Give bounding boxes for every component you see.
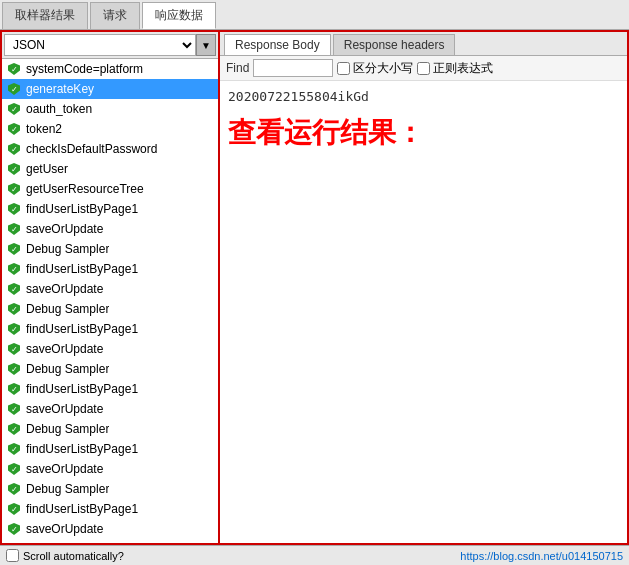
case-sensitive-checkbox[interactable] [337,62,350,75]
list-item-label: findUserListByPage1 [26,502,138,516]
list-item[interactable]: ✓ Debug Sampler [2,299,218,319]
svg-text:✓: ✓ [11,165,18,174]
top-tabs-bar: 取样器结果 请求 响应数据 [0,0,629,30]
list-item[interactable]: ✓ findUserListByPage1 [2,439,218,459]
svg-text:✓: ✓ [11,205,18,214]
list-item[interactable]: ✓ getUserResourceTree [2,179,218,199]
sub-tab-response-body[interactable]: Response Body [224,34,331,55]
list-item[interactable]: ✓ oauth_token [2,99,218,119]
list-item[interactable]: ✓ Debug Sampler [2,539,218,543]
find-label: Find [226,61,249,75]
svg-text:✓: ✓ [11,265,18,274]
tab-request[interactable]: 请求 [90,2,140,29]
list-item[interactable]: ✓ findUserListByPage1 [2,379,218,399]
list-item[interactable]: ✓ findUserListByPage1 [2,259,218,279]
list-item[interactable]: ✓ saveOrUpdate [2,399,218,419]
list-item-label: saveOrUpdate [26,282,103,296]
left-panel: JSON XML Text ▼ ✓ systemCode=platform ✓ … [0,30,220,545]
list-item[interactable]: ✓ findUserListByPage1 [2,499,218,519]
svg-text:✓: ✓ [11,325,18,334]
main-container: 取样器结果 请求 响应数据 JSON XML Text ▼ ✓ systemCo… [0,0,629,565]
sub-tab-response-headers[interactable]: Response headers [333,34,456,55]
list-item[interactable]: ✓ saveOrUpdate [2,279,218,299]
list-item-label: Debug Sampler [26,482,109,496]
shield-icon: ✓ [6,121,22,137]
bottom-bar: Scroll automatically? https://blog.csdn.… [0,545,629,565]
tab-response-data[interactable]: 响应数据 [142,2,216,29]
list-item-label: saveOrUpdate [26,222,103,236]
list-item[interactable]: ✓ generateKey [2,79,218,99]
list-item[interactable]: ✓ saveOrUpdate [2,219,218,239]
list-item-label: findUserListByPage1 [26,262,138,276]
shield-icon: ✓ [6,521,22,537]
list-item[interactable]: ✓ getUser [2,159,218,179]
svg-text:✓: ✓ [11,385,18,394]
regex-checkbox[interactable] [417,62,430,75]
shield-icon: ✓ [6,461,22,477]
shield-icon: ✓ [6,81,22,97]
right-panel: Response Body Response headers Find 区分大小… [220,30,629,545]
list-item-label: systemCode=platform [26,62,143,76]
scroll-auto-checkbox[interactable] [6,549,19,562]
case-sensitive-label: 区分大小写 [353,60,413,77]
response-body: 20200722155804ikGd 查看运行结果： [220,81,627,543]
list-item[interactable]: ✓ checkIsDefaultPassword [2,139,218,159]
list-item[interactable]: ✓ Debug Sampler [2,419,218,439]
shield-icon: ✓ [6,441,22,457]
svg-text:✓: ✓ [11,145,18,154]
list-item[interactable]: ✓ saveOrUpdate [2,519,218,539]
list-item-label: getUserResourceTree [26,182,144,196]
shield-icon: ✓ [6,421,22,437]
sampler-list: ✓ systemCode=platform ✓ generateKey ✓ oa… [2,59,218,543]
list-item-label: generateKey [26,82,94,96]
list-item-label: Debug Sampler [26,242,109,256]
svg-text:✓: ✓ [11,505,18,514]
regex-group: 正则表达式 [417,60,493,77]
shield-icon: ✓ [6,281,22,297]
list-item-label: saveOrUpdate [26,522,103,536]
find-bar: Find 区分大小写 正则表达式 [220,56,627,81]
list-item-label: checkIsDefaultPassword [26,142,157,156]
list-item-label: saveOrUpdate [26,462,103,476]
find-input[interactable] [253,59,333,77]
svg-text:✓: ✓ [11,425,18,434]
list-item[interactable]: ✓ token2 [2,119,218,139]
svg-text:✓: ✓ [11,105,18,114]
list-item-label: Debug Sampler [26,362,109,376]
list-item[interactable]: ✓ Debug Sampler [2,239,218,259]
list-item-label: findUserListByPage1 [26,442,138,456]
list-item-label: Debug Sampler [26,422,109,436]
svg-text:✓: ✓ [11,285,18,294]
case-sensitive-group: 区分大小写 [337,60,413,77]
list-item[interactable]: ✓ saveOrUpdate [2,339,218,359]
list-item[interactable]: ✓ saveOrUpdate [2,459,218,479]
svg-text:✓: ✓ [11,305,18,314]
response-value: 20200722155804ikGd [228,89,619,104]
list-item-label: saveOrUpdate [26,402,103,416]
list-item[interactable]: ✓ Debug Sampler [2,359,218,379]
shield-icon: ✓ [6,161,22,177]
svg-text:✓: ✓ [11,65,18,74]
list-item-label: getUser [26,162,68,176]
list-item[interactable]: ✓ findUserListByPage1 [2,199,218,219]
sub-tabs-bar: Response Body Response headers [220,32,627,56]
left-panel-header: JSON XML Text ▼ [2,32,218,59]
list-item[interactable]: ✓ findUserListByPage1 [2,319,218,339]
list-item[interactable]: ✓ Debug Sampler [2,479,218,499]
format-dropdown[interactable]: JSON XML Text [4,34,196,56]
svg-text:✓: ✓ [11,445,18,454]
shield-icon: ✓ [6,341,22,357]
content-area: JSON XML Text ▼ ✓ systemCode=platform ✓ … [0,30,629,545]
tab-sampler-result[interactable]: 取样器结果 [2,2,88,29]
shield-icon: ✓ [6,261,22,277]
scroll-auto-group: Scroll automatically? [6,549,124,562]
list-item[interactable]: ✓ systemCode=platform [2,59,218,79]
shield-icon: ✓ [6,541,22,543]
svg-text:✓: ✓ [11,525,18,534]
shield-icon: ✓ [6,141,22,157]
dropdown-arrow-icon[interactable]: ▼ [196,34,216,56]
result-label: 查看运行结果： [228,114,619,152]
svg-text:✓: ✓ [11,365,18,374]
svg-text:✓: ✓ [11,85,18,94]
shield-icon: ✓ [6,481,22,497]
